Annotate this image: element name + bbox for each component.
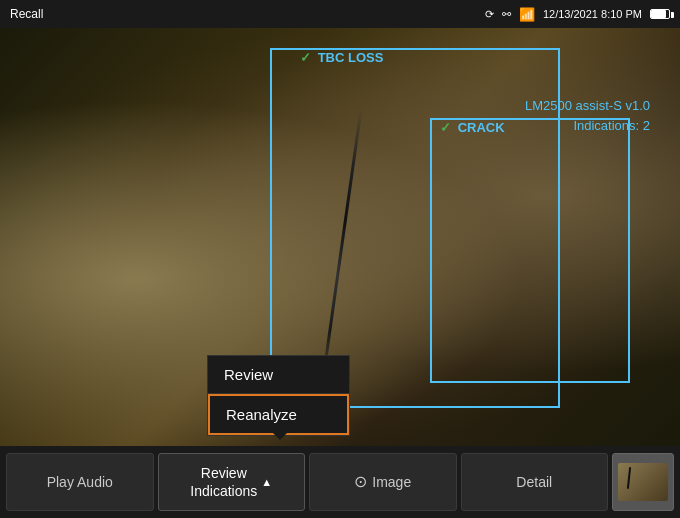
dropdown-menu: Review Reanalyze [207, 355, 350, 436]
detection-box-crack [430, 118, 630, 383]
menu-item-reanalyze[interactable]: Reanalyze [208, 394, 349, 435]
ai-info: LM2500 assist-S v1.0 Indications: 2 [525, 96, 650, 135]
datetime: 12/13/2021 8:10 PM [543, 8, 642, 20]
ai-indications: Indications: 2 [525, 116, 650, 136]
check-crack: ✓ [440, 120, 451, 135]
wifi-icon: 📶 [519, 7, 535, 22]
detail-button[interactable]: Detail [461, 453, 609, 511]
chevron-up-icon: ▲ [261, 475, 272, 489]
thumbnail-preview [618, 463, 668, 501]
thumbnail-button[interactable] [612, 453, 674, 511]
status-bar: Recall ⟳ ⚯ 📶 12/13/2021 8:10 PM [0, 0, 680, 28]
battery-icon [650, 9, 670, 19]
ai-model: LM2500 assist-S v1.0 [525, 96, 650, 116]
menu-caret [272, 432, 288, 440]
review-indications-button[interactable]: Review Indications ▲ [158, 453, 306, 511]
image-icon: ⊙ [354, 472, 367, 493]
image-button[interactable]: ⊙ Image [309, 453, 457, 511]
check-tbc: ✓ [300, 50, 311, 65]
sync-icon: ⟳ [485, 8, 494, 21]
app-name: Recall [10, 7, 43, 21]
detection-label-tbc: ✓ TBC LOSS [300, 50, 383, 65]
detection-label-crack: ✓ CRACK [440, 120, 505, 135]
menu-item-review[interactable]: Review [208, 356, 349, 394]
bluetooth-icon: ⚯ [502, 8, 511, 21]
play-audio-button[interactable]: Play Audio [6, 453, 154, 511]
toolbar: Play Audio Review Indications ▲ ⊙ Image … [0, 446, 680, 518]
